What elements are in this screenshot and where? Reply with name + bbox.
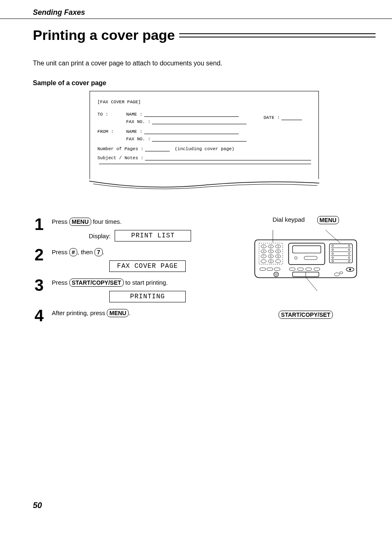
svg-text:2: 2 — [270, 246, 272, 248]
svg-point-54 — [339, 272, 343, 274]
svg-text:8: 8 — [270, 255, 272, 258]
svg-point-36 — [332, 253, 334, 255]
menu-key-label: MENU — [317, 216, 339, 224]
cover-date: DATE : — [263, 115, 302, 120]
steps-list: 1 Press MENU four times. Display: PRINT … — [33, 216, 224, 329]
divider — [0, 19, 392, 19]
svg-text:1: 1 — [263, 246, 264, 248]
step-2: 2 Press #, then 7. FAX COVER PAGE — [33, 246, 224, 272]
svg-rect-44 — [274, 268, 280, 270]
cover-title: [FAX COVER PAGE] — [97, 100, 311, 104]
svg-point-35 — [348, 249, 350, 251]
step-number: 3 — [33, 277, 45, 302]
svg-rect-24 — [293, 246, 321, 253]
svg-point-12 — [275, 260, 281, 263]
svg-point-25 — [295, 257, 297, 259]
svg-point-41 — [348, 260, 350, 262]
step-number: 2 — [33, 246, 45, 272]
step-3: 3 Press START/COPY/SET to start printing… — [33, 277, 224, 302]
svg-point-52 — [275, 274, 277, 276]
display-label: Display: — [89, 232, 111, 239]
svg-rect-46 — [297, 268, 303, 270]
svg-rect-43 — [267, 268, 273, 270]
svg-point-37 — [348, 253, 350, 255]
step-1: 1 Press MENU four times. Display: PRINT … — [33, 216, 224, 241]
menu-key: MENU — [69, 218, 91, 226]
menu-key: MENU — [107, 309, 129, 317]
lcd-display: PRINT LIST — [115, 230, 191, 241]
svg-line-59 — [306, 277, 317, 291]
step-number: 1 — [33, 216, 45, 241]
cover-page-sample: [FAX COVER PAGE] DATE : TO :NAME : FAX N… — [90, 91, 319, 179]
svg-rect-42 — [260, 268, 265, 270]
svg-point-38 — [332, 257, 334, 258]
page-number: 50 — [33, 501, 42, 510]
seven-key: 7 — [95, 248, 103, 256]
svg-point-10 — [261, 260, 266, 263]
lcd-display: PRINTING — [109, 291, 186, 302]
svg-rect-23 — [288, 243, 325, 265]
start-copy-set-key: START/COPY/SET — [69, 279, 124, 287]
svg-point-40 — [332, 260, 334, 262]
svg-line-58 — [325, 230, 340, 243]
svg-point-56 — [349, 269, 351, 271]
svg-text:5: 5 — [270, 251, 272, 253]
start-copy-set-label: START/COPY/SET — [279, 311, 333, 319]
page-title: Printing a cover page — [33, 27, 175, 43]
svg-point-32 — [332, 245, 334, 246]
svg-point-34 — [332, 249, 334, 251]
svg-text:6: 6 — [277, 251, 279, 253]
svg-rect-48 — [314, 268, 320, 270]
svg-text:7: 7 — [263, 255, 264, 258]
step-number: 4 — [33, 307, 45, 324]
sample-heading: Sample of a cover page — [33, 79, 376, 87]
intro-text: The unit can print a cover page to attac… — [33, 60, 376, 67]
lcd-display: FAX COVER PAGE — [109, 260, 186, 272]
control-panel-diagram: Dial keypad MENU 1 2 3 4 5 — [236, 216, 376, 329]
dial-keypad-label: Dial keypad — [272, 216, 304, 224]
svg-text:4: 4 — [263, 251, 264, 253]
svg-point-53 — [334, 273, 340, 276]
svg-text:3: 3 — [277, 246, 279, 248]
cover-torn-edge — [89, 179, 319, 191]
svg-point-33 — [348, 245, 350, 246]
svg-point-51 — [274, 272, 278, 276]
svg-rect-47 — [306, 268, 311, 270]
svg-rect-26 — [304, 256, 317, 260]
fax-panel-svg: 1 2 3 4 5 6 7 8 9 0 — [240, 227, 371, 293]
svg-text:0: 0 — [270, 260, 272, 262]
title-rule — [179, 33, 376, 37]
svg-rect-45 — [289, 268, 295, 270]
step-4: 4 After printing, press MENU. — [33, 307, 224, 324]
hash-key: # — [69, 248, 78, 256]
svg-text:9: 9 — [277, 255, 279, 258]
svg-point-39 — [348, 257, 350, 258]
section-header: Sending Faxes — [33, 8, 376, 17]
